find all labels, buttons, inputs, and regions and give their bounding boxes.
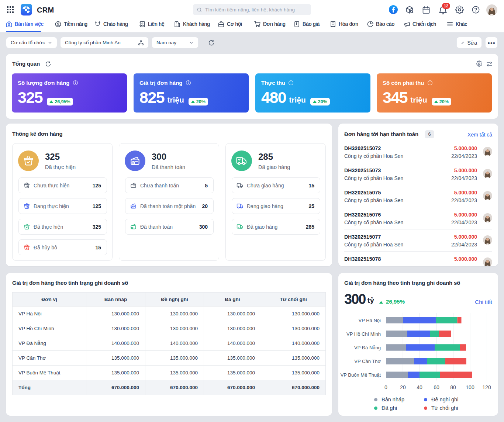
svg-text:60: 60 [434,384,439,390]
svg-text:120: 120 [482,384,491,390]
svg-text:VP Hà Nội: VP Hà Nội [359,318,381,323]
svg-text:VP Hồ Chí Minh: VP Hồ Chí Minh [346,331,381,337]
svg-text:40: 40 [417,384,422,390]
svg-text:VP Buôn Mê Thuật: VP Buôn Mê Thuật [341,372,381,378]
svg-text:100: 100 [466,384,474,390]
svg-text:0: 0 [384,384,387,390]
svg-text:VP Đà Nẵng: VP Đà Nẵng [354,345,381,350]
svg-text:VP Cần Thơ: VP Cần Thơ [354,359,381,364]
svg-text:20: 20 [400,384,406,390]
svg-text:80: 80 [450,384,456,390]
